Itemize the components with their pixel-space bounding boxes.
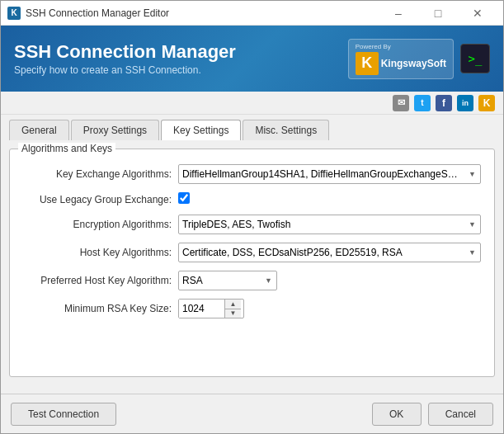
- window-title: SSH Connection Manager Editor: [26, 7, 379, 19]
- ks-social-icon[interactable]: K: [478, 95, 495, 111]
- min-rsa-row: Minimum RSA Key Size: ▲ ▼: [23, 299, 481, 318]
- cancel-button[interactable]: Cancel: [428, 403, 493, 426]
- preferred-host-key-wrapper: RSA: [178, 271, 277, 290]
- app-icon: K: [7, 7, 21, 20]
- logo-icon: Powered By K KingswaySoft: [356, 43, 446, 75]
- encryption-row: Encryption Algorithms: TripleDES, AES, T…: [23, 215, 481, 234]
- form-rows: Key Exchange Algorithms: DiffieHellmanGr…: [23, 164, 481, 318]
- host-key-label: Host Key Algorithms:: [23, 247, 172, 258]
- main-window: K SSH Connection Manager Editor – □ ✕ SS…: [0, 0, 504, 434]
- linkedin-social-icon[interactable]: in: [457, 95, 473, 111]
- social-bar: ✉ t f in K: [1, 92, 503, 115]
- min-rsa-input[interactable]: [179, 300, 224, 318]
- header-banner: SSH Connection Manager Specify how to cr…: [1, 26, 503, 92]
- facebook-social-icon[interactable]: f: [436, 95, 452, 111]
- group-title: Algorithms and Keys: [18, 143, 115, 154]
- ok-button[interactable]: OK: [372, 403, 422, 426]
- algorithms-group: Algorithms and Keys Key Exchange Algorit…: [9, 149, 495, 377]
- legacy-group-row: Use Legacy Group Exchange:: [23, 192, 481, 206]
- window-controls: – □ ✕: [379, 1, 497, 26]
- spinner-buttons: ▲ ▼: [224, 300, 241, 318]
- footer-right: OK Cancel: [372, 403, 493, 426]
- tabs-bar: General Proxy Settings Key Settings Misc…: [1, 115, 503, 140]
- preferred-host-key-dropdown[interactable]: RSA: [178, 271, 277, 290]
- logo-name: KingswaySoft: [381, 58, 446, 69]
- footer: Test Connection OK Cancel: [1, 394, 503, 433]
- preferred-host-key-row: Preferred Host Key Algorithm: RSA: [23, 271, 481, 290]
- tab-general[interactable]: General: [9, 120, 69, 140]
- legacy-group-label: Use Legacy Group Exchange:: [23, 194, 172, 205]
- footer-left: Test Connection: [11, 403, 372, 426]
- encryption-dropdown[interactable]: TripleDES, AES, Twofish: [178, 215, 481, 234]
- preferred-host-key-control: RSA: [178, 271, 481, 290]
- tab-content: Algorithms and Keys Key Exchange Algorit…: [1, 140, 503, 394]
- app-title: SSH Connection Manager: [14, 41, 348, 63]
- minimize-button[interactable]: –: [379, 1, 417, 26]
- test-connection-button[interactable]: Test Connection: [11, 403, 116, 426]
- host-key-wrapper: Certificate, DSS, ECDsaNistP256, ED25519…: [178, 243, 481, 262]
- app-subtitle: Specify how to create an SSH Connection.: [14, 64, 348, 76]
- key-exchange-row: Key Exchange Algorithms: DiffieHellmanGr…: [23, 164, 481, 184]
- maximize-button[interactable]: □: [419, 1, 457, 26]
- min-rsa-label: Minimum RSA Key Size:: [23, 303, 172, 314]
- host-key-row: Host Key Algorithms: Certificate, DSS, E…: [23, 243, 481, 262]
- title-bar: K SSH Connection Manager Editor – □ ✕: [1, 1, 503, 26]
- key-exchange-wrapper: DiffieHellmanGroup14SHA1, DiffieHellmanG…: [178, 164, 481, 184]
- legacy-group-checkbox[interactable]: [178, 192, 190, 204]
- encryption-wrapper: TripleDES, AES, Twofish: [178, 215, 481, 234]
- tab-misc[interactable]: Misc. Settings: [243, 120, 329, 140]
- key-exchange-label: Key Exchange Algorithms:: [23, 168, 172, 180]
- header-text-block: SSH Connection Manager Specify how to cr…: [14, 41, 348, 76]
- min-rsa-control: ▲ ▼: [178, 299, 481, 318]
- spinner-up-button[interactable]: ▲: [225, 300, 241, 309]
- preferred-host-key-label: Preferred Host Key Algorithm:: [23, 275, 172, 286]
- min-rsa-spinner: ▲ ▼: [178, 299, 244, 318]
- legacy-group-control: [178, 192, 481, 206]
- close-button[interactable]: ✕: [459, 1, 497, 26]
- email-social-icon[interactable]: ✉: [393, 95, 409, 111]
- tab-proxy[interactable]: Proxy Settings: [71, 120, 159, 140]
- logo-k-letter: K: [356, 52, 379, 75]
- powered-by-text: Powered By: [356, 43, 446, 50]
- twitter-social-icon[interactable]: t: [414, 95, 431, 111]
- encryption-label: Encryption Algorithms:: [23, 219, 172, 230]
- spinner-down-button[interactable]: ▼: [225, 309, 241, 318]
- key-exchange-dropdown[interactable]: DiffieHellmanGroup14SHA1, DiffieHellmanG…: [178, 164, 481, 184]
- company-logo: Powered By K KingswaySoft: [348, 39, 454, 79]
- host-key-dropdown[interactable]: Certificate, DSS, ECDsaNistP256, ED25519…: [178, 243, 481, 262]
- terminal-icon: >_: [460, 44, 490, 73]
- tab-key-settings[interactable]: Key Settings: [161, 120, 241, 140]
